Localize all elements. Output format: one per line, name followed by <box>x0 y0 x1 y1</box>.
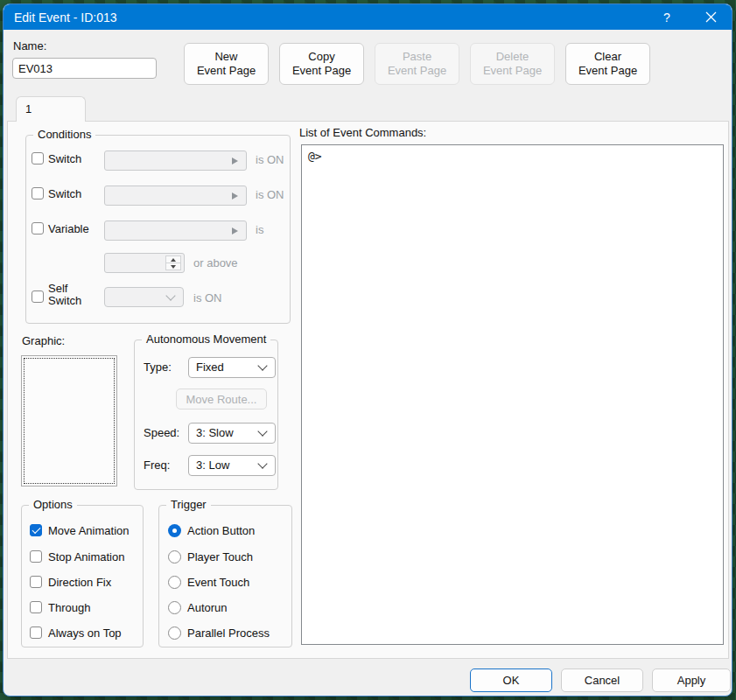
options-group: Options Move Animation Stop Animation Di… <box>21 505 144 648</box>
titlebar: Edit Event - ID:013 ? <box>4 4 732 30</box>
arrow-right-icon <box>232 158 238 164</box>
option-label: Direction Fix <box>48 576 111 589</box>
radio-parallel-process[interactable]: Parallel Process <box>168 626 270 640</box>
ok-button[interactable]: OK <box>470 668 552 692</box>
switch2-checkbox[interactable] <box>32 187 44 200</box>
trigger-group: Trigger Action Button Player Touch Event… <box>158 505 292 648</box>
cancel-button[interactable]: Cancel <box>561 668 643 692</box>
option-label: Stop Animation <box>48 550 124 564</box>
checkbox-icon <box>30 601 42 613</box>
name-label: Name: <box>13 39 46 52</box>
self-switch-checkbox[interactable] <box>32 290 44 303</box>
self-switch-select[interactable] <box>104 287 184 307</box>
radio-icon <box>168 626 181 640</box>
new-event-page-button[interactable]: New Event Page <box>184 43 269 85</box>
type-dropdown[interactable]: Fixed <box>188 357 276 378</box>
tab-page-1[interactable]: 1 <box>16 96 86 122</box>
spinner-buttons <box>165 256 181 270</box>
freq-label: Freq: <box>144 458 170 472</box>
radio-event-touch[interactable]: Event Touch <box>168 575 249 589</box>
radio-selected-icon <box>168 524 181 537</box>
switch2-select[interactable] <box>104 186 247 206</box>
trigger-label: Player Touch <box>187 550 253 564</box>
option-label: Through <box>48 601 90 614</box>
event-command-line[interactable]: @> <box>302 145 723 163</box>
trigger-label: Parallel Process <box>187 626 270 640</box>
chevron-down-icon <box>165 290 175 300</box>
checkbox-icon <box>30 576 42 588</box>
freq-value: 3: Low <box>196 458 229 472</box>
tab-page-content: Conditions Switch is ON Switch is ON Var… <box>7 121 729 659</box>
radio-autorun[interactable]: Autorun <box>168 600 228 614</box>
arrow-right-icon <box>232 192 238 200</box>
close-icon <box>705 11 717 23</box>
self-switch-suffix: is ON <box>193 291 222 304</box>
freq-dropdown[interactable]: 3: Low <box>188 455 276 476</box>
spinner-up-button[interactable] <box>166 256 180 262</box>
radio-icon <box>168 550 181 564</box>
chevron-down-icon <box>257 426 267 436</box>
help-button[interactable]: ? <box>648 4 686 30</box>
variable-amount-spinner[interactable] <box>104 253 185 273</box>
check-icon <box>32 525 40 534</box>
switch2-label: Switch <box>48 187 81 200</box>
event-commands-list[interactable]: @> <box>301 144 724 645</box>
radio-action-button[interactable]: Action Button <box>168 523 255 537</box>
checkbox-icon <box>30 550 42 563</box>
type-label: Type: <box>144 360 172 374</box>
trigger-group-title: Trigger <box>166 498 211 511</box>
radio-player-touch[interactable]: Player Touch <box>168 550 253 564</box>
switch1-checkbox[interactable] <box>32 152 44 164</box>
paste-event-page-button[interactable]: Paste Event Page <box>375 43 459 85</box>
map-background: Edit Event - ID:013 ? Name: New Event Pa… <box>0 0 736 700</box>
variable-suffix: is <box>256 223 263 236</box>
conditions-group-title: Conditions <box>33 128 95 141</box>
move-route-button[interactable]: Move Route... <box>176 388 267 410</box>
checkbox-direction-fix[interactable]: Direction Fix <box>30 575 111 589</box>
chevron-down-icon <box>257 458 267 468</box>
checkbox-through[interactable]: Through <box>30 600 90 614</box>
edit-event-dialog: Edit Event - ID:013 ? Name: New Event Pa… <box>3 4 732 696</box>
speed-label: Speed: <box>144 426 179 439</box>
delete-event-page-button[interactable]: Delete Event Page <box>470 43 555 85</box>
autonomous-movement-title: Autonomous Movement <box>142 332 270 346</box>
trigger-label: Action Button <box>187 524 255 537</box>
variable-threshold-suffix: or above <box>193 256 238 270</box>
switch1-select[interactable] <box>104 150 247 171</box>
variable-label: Variable <box>48 222 89 235</box>
type-value: Fixed <box>196 360 224 374</box>
copy-event-page-button[interactable]: Copy Event Page <box>279 43 364 85</box>
graphic-selection-frame <box>24 358 115 484</box>
speed-value: 3: Slow <box>196 426 234 439</box>
spinner-down-button[interactable] <box>166 262 180 270</box>
help-icon: ? <box>663 10 670 24</box>
graphic-picker[interactable] <box>21 355 117 486</box>
spinner-down-icon <box>171 265 176 269</box>
option-label: Move Animation <box>48 524 130 537</box>
radio-icon <box>168 601 181 614</box>
apply-button[interactable]: Apply <box>652 668 731 692</box>
options-group-title: Options <box>29 498 77 511</box>
name-input[interactable] <box>12 58 157 79</box>
checkbox-icon <box>30 626 42 639</box>
switch1-suffix: is ON <box>256 153 284 166</box>
close-button[interactable] <box>691 4 730 30</box>
switch1-label: Switch <box>48 152 81 165</box>
radio-icon <box>168 576 181 589</box>
checkbox-always-on-top[interactable]: Always on Top <box>30 626 122 640</box>
checkbox-move-animation[interactable]: Move Animation <box>30 523 130 537</box>
option-label: Always on Top <box>48 626 122 640</box>
variable-select[interactable] <box>104 220 247 241</box>
trigger-label: Autorun <box>187 601 228 614</box>
clear-event-page-button[interactable]: Clear Event Page <box>565 43 650 85</box>
arrow-right-icon <box>232 228 238 234</box>
window-title: Edit Event - ID:013 <box>4 10 117 24</box>
variable-checkbox[interactable] <box>32 222 44 234</box>
self-switch-label: Self Switch <box>48 283 81 307</box>
conditions-group: Conditions Switch is ON Switch is ON Var… <box>25 135 291 324</box>
chevron-down-icon <box>257 360 267 370</box>
event-commands-label: List of Event Commands: <box>299 126 426 139</box>
checkbox-checked-icon <box>30 524 42 536</box>
checkbox-stop-animation[interactable]: Stop Animation <box>30 550 124 564</box>
speed-dropdown[interactable]: 3: Slow <box>188 423 276 444</box>
